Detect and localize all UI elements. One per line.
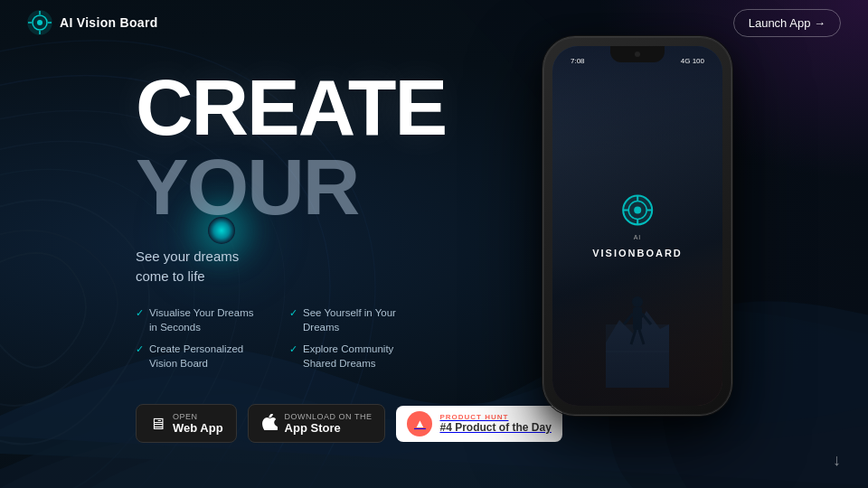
middle-section: See your dreams come to life ✓ Visualise… [136, 247, 416, 371]
header: AI Vision Board Launch App → [0, 0, 868, 45]
logo-text: AI Vision Board [60, 15, 157, 30]
phone-outer: 7:08 4G 100 AI VISIONBOARD [542, 36, 732, 416]
app-store-text: Download on the App Store [285, 412, 373, 435]
logo-icon [27, 10, 52, 35]
app-store-name: App Store [285, 421, 373, 435]
feature-item-2: ✓ Create Personalized Vision Board [136, 342, 262, 371]
ph-label: PRODUCT HUNT [439, 413, 551, 421]
feature-item-1: ✓ Visualise Your Dreams in Seconds [136, 305, 262, 334]
web-app-name: Web App [173, 421, 223, 435]
logo-area: AI Vision Board [27, 10, 157, 35]
check-icon-4: ✓ [289, 343, 297, 356]
main-content: CREATE YOUR See your dreams come to life… [136, 50, 868, 488]
feature-col-1: ✓ Visualise Your Dreams in Seconds ✓ Cre… [136, 305, 262, 371]
scroll-indicator: ↓ [833, 451, 841, 470]
hero-title: CREATE YOUR [136, 68, 868, 227]
monitor-icon: 🖥 [149, 416, 165, 432]
phone-notch [610, 46, 665, 62]
check-icon-1: ✓ [136, 306, 144, 320]
check-icon-3: ✓ [289, 306, 297, 320]
hero-line1: CREATE [136, 68, 868, 147]
product-hunt-badge[interactable]: ▲ PRODUCT HUNT #4 Product of the Day [396, 406, 561, 442]
notch-camera [635, 52, 640, 57]
launch-app-button[interactable]: Launch App → [733, 9, 841, 37]
apple-icon [261, 414, 278, 433]
phone-time: 7:08 [571, 57, 585, 65]
app-store-label: Download on the [285, 412, 373, 421]
tagline: See your dreams come to life [136, 247, 262, 287]
svg-point-2 [37, 20, 42, 25]
web-app-button[interactable]: 🖥 OPEN Web App [136, 404, 237, 443]
ph-text: PRODUCT HUNT #4 Product of the Day [439, 413, 551, 434]
check-icon-2: ✓ [136, 343, 144, 356]
screen-overlay [552, 46, 722, 406]
ph-logo: ▲ [407, 411, 432, 436]
feature-item-3: ✓ See Yourself in Your Dreams [289, 305, 416, 334]
phone-signal: 4G 100 [681, 57, 704, 65]
ph-rank: #4 Product of the Day [439, 421, 551, 434]
phone-mockup: 7:08 4G 100 AI VISIONBOARD [542, 36, 732, 416]
app-store-button[interactable]: Download on the App Store [248, 404, 386, 443]
feature-item-4: ✓ Explore Community Shared Dreams [289, 342, 416, 371]
bottom-buttons: 🖥 OPEN Web App Download on the App Store… [136, 404, 562, 443]
web-app-label: OPEN [173, 412, 223, 421]
phone-screen: 7:08 4G 100 AI VISIONBOARD [552, 46, 722, 406]
web-app-text: OPEN Web App [173, 412, 223, 435]
features-row: ✓ Visualise Your Dreams in Seconds ✓ Cre… [136, 305, 416, 371]
hero-line2: YOUR [136, 147, 868, 227]
feature-col-2: ✓ See Yourself in Your Dreams ✓ Explore … [289, 305, 416, 371]
